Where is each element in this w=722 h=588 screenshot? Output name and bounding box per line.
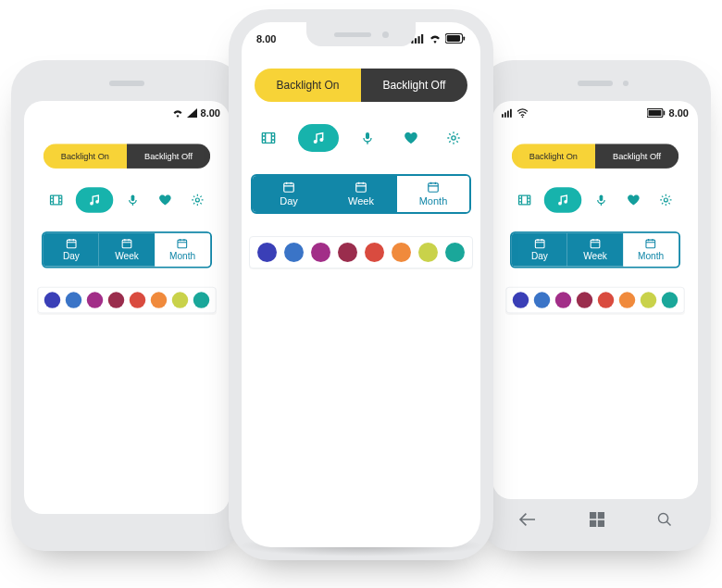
calendar-icon	[354, 181, 368, 194]
color-swatch-5[interactable]	[151, 292, 167, 307]
color-swatch-5[interactable]	[619, 292, 635, 307]
view-label: Week	[115, 251, 139, 261]
svg-rect-20	[463, 36, 465, 40]
film-icon-button[interactable]	[44, 187, 69, 213]
color-swatch-3[interactable]	[108, 292, 124, 307]
calendar-icon	[589, 237, 603, 249]
svg-rect-17	[421, 34, 423, 44]
calendar-view-segment: DayWeekMonth	[251, 174, 471, 214]
heart-icon-button[interactable]	[621, 187, 647, 213]
mic-icon	[126, 194, 140, 207]
calendar-icon	[281, 181, 296, 194]
view-label: Month	[419, 195, 448, 206]
color-swatch-4[interactable]	[598, 292, 614, 307]
view-day-button[interactable]: Day	[253, 176, 325, 212]
status-time: 8.00	[669, 107, 689, 119]
svg-point-12	[658, 513, 667, 522]
gear-icon	[659, 194, 673, 207]
gear-icon-button[interactable]	[654, 187, 679, 213]
view-week-button[interactable]: Week	[325, 176, 397, 212]
color-swatch-4[interactable]	[365, 243, 384, 262]
color-swatch-2[interactable]	[555, 292, 571, 307]
mic-icon	[360, 131, 375, 145]
calendar-icon	[533, 237, 547, 249]
view-label: Month	[169, 251, 195, 261]
color-swatch-1[interactable]	[284, 243, 304, 262]
music-icon	[556, 194, 570, 207]
view-label: Month	[638, 251, 664, 261]
music-icon-button[interactable]	[298, 124, 339, 152]
gear-icon-button[interactable]	[185, 187, 211, 213]
color-swatch-2[interactable]	[311, 243, 330, 262]
color-swatch-3[interactable]	[577, 292, 592, 307]
heart-icon	[404, 131, 418, 145]
svg-rect-3	[510, 109, 512, 118]
calendar-icon	[65, 237, 79, 249]
color-swatch-6[interactable]	[641, 292, 656, 307]
film-icon-button[interactable]	[255, 124, 282, 152]
mic-icon-button[interactable]	[120, 187, 146, 213]
device-windows: 8.00 Backlight OnBacklight OffDayWeekMon…	[479, 60, 711, 551]
svg-rect-6	[648, 110, 661, 116]
nav-back-button[interactable]	[518, 512, 537, 527]
color-swatch-0[interactable]	[513, 292, 529, 307]
view-day-button[interactable]: Day	[44, 233, 99, 267]
mic-icon-button[interactable]	[589, 187, 615, 213]
color-swatch-row	[249, 236, 473, 269]
heart-icon-button[interactable]	[153, 187, 179, 213]
status-time: 8.00	[256, 33, 276, 44]
nav-start-button[interactable]	[590, 512, 604, 527]
view-month-button[interactable]: Month	[397, 176, 469, 212]
backlight-off-button[interactable]: Backlight Off	[127, 144, 210, 169]
calendar-icon	[120, 237, 134, 249]
backlight-on-button[interactable]: Backlight On	[512, 144, 595, 169]
color-swatch-4[interactable]	[130, 292, 145, 307]
color-swatch-6[interactable]	[172, 292, 188, 307]
svg-rect-15	[415, 38, 417, 44]
signal-icon	[187, 108, 197, 118]
calendar-view-segment: DayWeekMonth	[510, 231, 680, 269]
heart-icon-button[interactable]	[397, 124, 425, 152]
color-swatch-row	[37, 287, 216, 314]
color-swatch-1[interactable]	[66, 292, 81, 307]
backlight-toggle: Backlight OnBacklight Off	[44, 144, 210, 169]
media-icon-row	[512, 187, 678, 213]
gear-icon-button[interactable]	[440, 124, 467, 152]
color-swatch-7[interactable]	[193, 292, 209, 307]
view-week-button[interactable]: Week	[99, 233, 155, 267]
film-icon-button[interactable]	[512, 187, 538, 213]
color-swatch-1[interactable]	[534, 292, 550, 307]
backlight-on-button[interactable]: Backlight On	[44, 144, 127, 169]
view-week-button[interactable]: Week	[567, 233, 623, 267]
calendar-icon	[426, 181, 441, 194]
app-content: Backlight OnBacklight OffDayWeekMonth	[32, 125, 221, 329]
color-swatch-0[interactable]	[44, 292, 60, 307]
color-swatch-2[interactable]	[87, 292, 103, 307]
color-swatch-5[interactable]	[392, 243, 411, 262]
music-icon-button[interactable]	[76, 187, 113, 213]
svg-rect-10	[590, 520, 596, 527]
view-day-button[interactable]: Day	[512, 233, 567, 267]
nav-search-button[interactable]	[657, 512, 672, 527]
music-icon	[311, 131, 326, 145]
heart-icon	[158, 194, 172, 207]
backlight-on-button[interactable]: Backlight On	[255, 69, 361, 102]
svg-rect-7	[663, 111, 665, 116]
color-swatch-6[interactable]	[418, 243, 438, 262]
backlight-off-button[interactable]: Backlight Off	[595, 144, 678, 169]
color-swatch-7[interactable]	[445, 243, 465, 262]
view-label: Week	[583, 251, 607, 261]
mic-icon-button[interactable]	[354, 124, 381, 152]
svg-rect-8	[590, 512, 596, 519]
battery-icon	[647, 108, 666, 118]
color-swatch-0[interactable]	[257, 243, 277, 262]
view-month-button[interactable]: Month	[623, 233, 678, 267]
color-swatch-7[interactable]	[662, 292, 678, 307]
wifi-icon	[429, 34, 442, 44]
calendar-view-segment: DayWeekMonth	[42, 231, 212, 269]
music-icon-button[interactable]	[544, 187, 581, 213]
color-swatch-3[interactable]	[338, 243, 357, 262]
wifi-icon	[517, 108, 529, 118]
view-month-button[interactable]: Month	[155, 233, 210, 267]
backlight-off-button[interactable]: Backlight Off	[361, 69, 467, 102]
